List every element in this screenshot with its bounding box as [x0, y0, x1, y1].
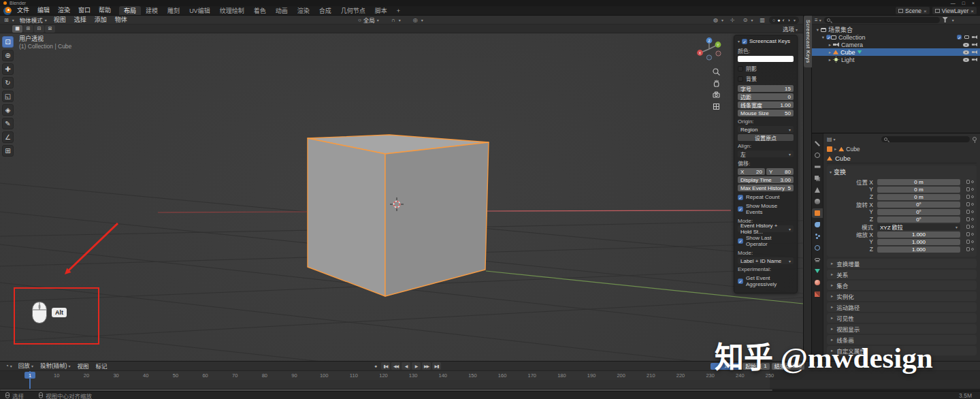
viewport-canvas[interactable]: 用户透视 (1) Collection | Cube ⊡ ⊕ ✚	[0, 33, 803, 361]
properties-tab[interactable]	[812, 266, 823, 276]
animate-decorator-icon[interactable]	[971, 210, 974, 213]
menu-item[interactable]: 文件	[13, 6, 33, 15]
viewport-menu-item[interactable]: 选择	[70, 16, 91, 25]
line-width-slider[interactable]: 线条宽度 1.00	[738, 101, 794, 108]
expander-icon[interactable]: ▾	[815, 27, 821, 33]
disable-render-icon[interactable]	[972, 35, 977, 39]
animate-decorator-icon[interactable]	[971, 195, 974, 198]
properties-section-header[interactable]: 运动路径	[827, 302, 977, 312]
timeline-menu-item[interactable]: 视图	[74, 362, 93, 371]
lock-icon[interactable]	[966, 195, 970, 199]
proportional-edit-toggle[interactable]: ◎	[409, 17, 426, 23]
shading-solid-icon[interactable]: ●	[777, 18, 780, 22]
select-mode-extend-icon[interactable]: ⊞	[23, 25, 33, 33]
properties-tab[interactable]	[812, 197, 823, 206]
properties-tab[interactable]	[812, 255, 823, 264]
workspace-tab[interactable]: 渲染	[293, 6, 314, 15]
navigation-gizmo[interactable]: X Y Z	[696, 35, 724, 64]
tool-button[interactable]: ◈	[2, 104, 14, 116]
animate-decorator-icon[interactable]	[971, 233, 974, 236]
menu-item[interactable]: 帮助	[95, 6, 115, 15]
play-button[interactable]: ▶	[412, 362, 421, 370]
tool-button[interactable]: ◱	[2, 91, 14, 102]
repeat-count-checkbox[interactable]	[738, 195, 743, 200]
transform-value-field[interactable]: 0°	[877, 217, 960, 223]
properties-tab[interactable]	[812, 289, 823, 299]
blender-menu-icon[interactable]	[3, 7, 12, 15]
max-history-slider[interactable]: Max Event History 5	[738, 185, 794, 191]
properties-section-header[interactable]: 集合	[827, 281, 977, 290]
align-dropdown[interactable]: 左	[738, 150, 794, 157]
properties-section-header[interactable]: 关系	[827, 270, 977, 279]
options-dropdown[interactable]: 选项	[783, 25, 798, 33]
screencast-enable-checkbox[interactable]	[742, 39, 747, 44]
show-last-operator-checkbox[interactable]	[738, 238, 743, 244]
shadow-checkbox[interactable]	[738, 66, 743, 71]
maximize-button[interactable]: □	[962, 1, 965, 5]
overlays-dropdown[interactable]: ⊙	[739, 17, 756, 23]
outliner-row[interactable]: ▾ Collection	[812, 33, 980, 41]
next-keyframe-button[interactable]: ▶▶	[422, 362, 431, 370]
properties-section-header[interactable]: 视图显示	[827, 324, 977, 334]
color-swatch[interactable]	[738, 56, 794, 62]
margin-slider[interactable]: 边距 0	[738, 93, 794, 100]
workspace-tab[interactable]: 纹理绘制	[215, 6, 249, 15]
hide-viewport-icon[interactable]	[963, 50, 969, 54]
viewport-menu-item[interactable]: 添加	[91, 16, 111, 25]
lock-icon[interactable]	[966, 187, 970, 191]
animate-decorator-icon[interactable]	[971, 188, 974, 191]
zoom-icon[interactable]	[712, 67, 721, 76]
playhead-frame-badge[interactable]: 1	[24, 372, 35, 379]
pan-hand-icon[interactable]	[712, 79, 721, 88]
unlink-scene-icon[interactable]	[924, 7, 927, 14]
menu-item[interactable]: 编辑	[33, 6, 54, 15]
menu-item[interactable]: 窗口	[74, 6, 95, 15]
show-mouse-checkbox[interactable]	[738, 206, 743, 212]
lock-icon[interactable]	[966, 240, 970, 244]
orientation-dropdown[interactable]: ○全局	[354, 16, 382, 24]
lock-icon[interactable]	[966, 232, 970, 236]
properties-tab[interactable]	[812, 185, 823, 195]
lock-icon[interactable]	[966, 180, 970, 184]
transform-value-field[interactable]: 1.000	[877, 239, 960, 245]
close-button[interactable]: ×	[972, 1, 975, 5]
shading-wireframe-icon[interactable]: ○	[772, 18, 775, 22]
selectable-checkbox[interactable]	[957, 35, 962, 39]
lock-icon[interactable]	[966, 202, 970, 206]
properties-tab[interactable]	[812, 150, 823, 160]
shading-rendered-icon[interactable]: ◑	[787, 18, 790, 22]
display-time-slider[interactable]: Display Time 3.00	[738, 176, 794, 183]
object-type-visibility-dropdown[interactable]: ◍	[709, 17, 726, 23]
record-button[interactable]: ●	[371, 362, 380, 370]
viewport-menu-item[interactable]: 视图	[50, 16, 70, 25]
xray-toggle-icon[interactable]: ▥	[758, 17, 766, 23]
timeline-editor-icon[interactable]: ◔	[3, 363, 12, 369]
tool-button[interactable]: ↻	[2, 77, 14, 89]
origin-dropdown[interactable]: Region	[738, 126, 794, 133]
panel-collapse-icon[interactable]	[738, 38, 740, 44]
set-origin-button[interactable]: 设置原点	[738, 134, 794, 141]
properties-tab[interactable]	[812, 162, 823, 172]
workspace-tab[interactable]: 雕刻	[163, 6, 184, 15]
timeline-menu-item[interactable]: 回放	[15, 361, 37, 371]
tool-button[interactable]: ⊕	[2, 50, 14, 61]
viewport-menu-item[interactable]: 物体	[111, 16, 131, 25]
lock-icon[interactable]	[966, 210, 970, 214]
offset-y-field[interactable]: Y 80	[766, 168, 794, 175]
sidebar-tab[interactable]: Screencast Keys	[804, 16, 812, 67]
transform-value-field[interactable]: 0°	[877, 202, 960, 208]
editor-type-button[interactable]: ⊞	[0, 17, 17, 23]
tool-button[interactable]: ✎	[2, 118, 14, 129]
tool-button[interactable]: ⊞	[2, 145, 14, 157]
get-event-checkbox[interactable]	[738, 278, 743, 284]
camera-view-icon[interactable]	[712, 91, 721, 99]
menu-item[interactable]: 渲染	[54, 6, 74, 15]
timeline-track[interactable]	[0, 380, 980, 389]
transform-value-field[interactable]: XYZ 欧拉	[877, 224, 960, 230]
mode-dropdown[interactable]: 物体模式	[17, 16, 50, 24]
shading-material-icon[interactable]: ◐	[783, 18, 785, 22]
screen-toggle-icon[interactable]	[964, 35, 969, 39]
operator-mode-dropdown[interactable]: Label + ID Name	[738, 257, 794, 264]
outliner-search-input[interactable]	[824, 17, 940, 23]
select-mode-intersect-icon[interactable]: ⊠	[45, 25, 55, 33]
